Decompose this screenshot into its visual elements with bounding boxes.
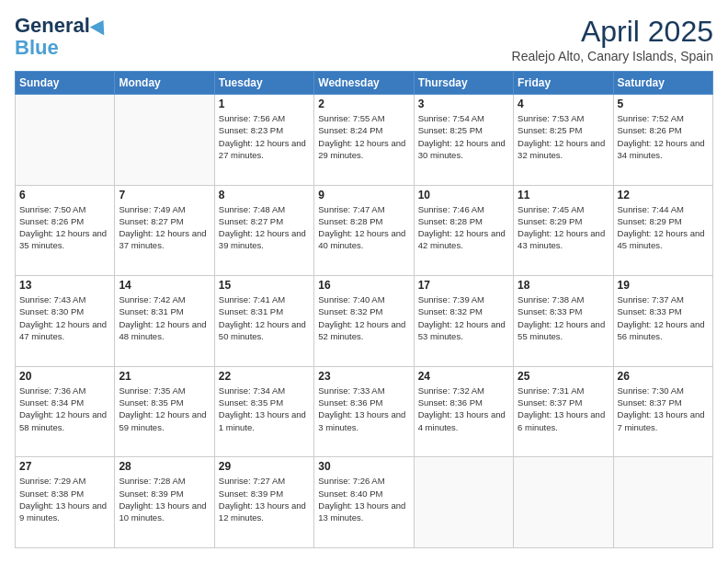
table-row: 26Sunrise: 7:30 AMSunset: 8:37 PMDayligh… <box>613 366 712 457</box>
table-row: 21Sunrise: 7:35 AMSunset: 8:35 PMDayligh… <box>115 366 214 457</box>
calendar-table: Sunday Monday Tuesday Wednesday Thursday… <box>15 71 713 548</box>
table-row: 13Sunrise: 7:43 AMSunset: 8:30 PMDayligh… <box>16 276 115 367</box>
cell-info: Sunrise: 7:55 AMSunset: 8:24 PMDaylight:… <box>318 112 409 161</box>
cell-info: Sunrise: 7:33 AMSunset: 8:36 PMDaylight:… <box>318 385 409 433</box>
table-row: 28Sunrise: 7:28 AMSunset: 8:39 PMDayligh… <box>115 457 214 548</box>
logo: General Blue <box>15 15 108 59</box>
cell-info: Sunrise: 7:36 AMSunset: 8:34 PMDaylight:… <box>19 385 110 433</box>
table-row: 4Sunrise: 7:53 AMSunset: 8:25 PMDaylight… <box>514 95 613 186</box>
table-row: 1Sunrise: 7:56 AMSunset: 8:23 PMDaylight… <box>214 95 313 186</box>
day-number: 1 <box>219 98 310 110</box>
col-friday: Friday <box>514 72 613 95</box>
day-number: 17 <box>418 279 509 292</box>
cell-info: Sunrise: 7:56 AMSunset: 8:23 PMDaylight:… <box>219 112 310 161</box>
calendar-week-row: 20Sunrise: 7:36 AMSunset: 8:34 PMDayligh… <box>16 366 713 457</box>
table-row: 27Sunrise: 7:29 AMSunset: 8:38 PMDayligh… <box>16 457 115 548</box>
cell-info: Sunrise: 7:50 AMSunset: 8:26 PMDaylight:… <box>19 203 110 252</box>
cell-info: Sunrise: 7:29 AMSunset: 8:38 PMDaylight:… <box>19 475 110 523</box>
cell-info: Sunrise: 7:52 AMSunset: 8:26 PMDaylight:… <box>618 112 709 161</box>
day-number: 16 <box>318 279 409 292</box>
logo-text-blue: Blue <box>15 37 59 59</box>
day-number: 7 <box>119 189 210 201</box>
table-row: 2Sunrise: 7:55 AMSunset: 8:24 PMDaylight… <box>314 95 414 186</box>
day-number: 14 <box>119 279 210 292</box>
table-row: 8Sunrise: 7:48 AMSunset: 8:27 PMDaylight… <box>214 185 313 276</box>
day-number: 4 <box>518 98 609 110</box>
cell-info: Sunrise: 7:41 AMSunset: 8:31 PMDaylight:… <box>219 293 310 342</box>
table-row: 15Sunrise: 7:41 AMSunset: 8:31 PMDayligh… <box>214 276 313 367</box>
day-number: 24 <box>418 370 509 383</box>
day-number: 9 <box>318 189 409 201</box>
table-row: 5Sunrise: 7:52 AMSunset: 8:26 PMDaylight… <box>613 95 712 186</box>
calendar-week-row: 1Sunrise: 7:56 AMSunset: 8:23 PMDaylight… <box>16 95 713 186</box>
cell-info: Sunrise: 7:47 AMSunset: 8:28 PMDaylight:… <box>318 203 409 252</box>
table-row <box>115 95 214 186</box>
logo-triangle-icon <box>90 17 111 36</box>
cell-info: Sunrise: 7:53 AMSunset: 8:25 PMDaylight:… <box>518 112 609 161</box>
cell-info: Sunrise: 7:43 AMSunset: 8:30 PMDaylight:… <box>19 293 110 342</box>
day-number: 3 <box>418 98 509 110</box>
col-saturday: Saturday <box>613 72 712 95</box>
cell-info: Sunrise: 7:31 AMSunset: 8:37 PMDaylight:… <box>518 385 609 433</box>
col-tuesday: Tuesday <box>214 72 313 95</box>
page: General Blue April 2025 Realejo Alto, Ca… <box>0 0 728 563</box>
table-row: 9Sunrise: 7:47 AMSunset: 8:28 PMDaylight… <box>314 185 414 276</box>
table-row: 17Sunrise: 7:39 AMSunset: 8:32 PMDayligh… <box>414 276 513 367</box>
col-thursday: Thursday <box>414 72 513 95</box>
table-row: 18Sunrise: 7:38 AMSunset: 8:33 PMDayligh… <box>514 276 613 367</box>
cell-info: Sunrise: 7:40 AMSunset: 8:32 PMDaylight:… <box>318 293 409 342</box>
table-row <box>613 457 712 548</box>
cell-info: Sunrise: 7:48 AMSunset: 8:27 PMDaylight:… <box>219 203 310 252</box>
header: General Blue April 2025 Realejo Alto, Ca… <box>15 15 713 63</box>
table-row: 25Sunrise: 7:31 AMSunset: 8:37 PMDayligh… <box>514 366 613 457</box>
cell-info: Sunrise: 7:39 AMSunset: 8:32 PMDaylight:… <box>418 293 509 342</box>
day-number: 2 <box>318 98 409 110</box>
cell-info: Sunrise: 7:30 AMSunset: 8:37 PMDaylight:… <box>618 385 709 433</box>
day-number: 10 <box>418 189 509 201</box>
table-row: 7Sunrise: 7:49 AMSunset: 8:27 PMDaylight… <box>115 185 214 276</box>
month-title: April 2025 <box>512 15 713 49</box>
cell-info: Sunrise: 7:44 AMSunset: 8:29 PMDaylight:… <box>618 203 709 252</box>
calendar-header-row: Sunday Monday Tuesday Wednesday Thursday… <box>16 72 713 95</box>
day-number: 28 <box>119 460 210 473</box>
day-number: 23 <box>318 370 409 383</box>
table-row: 11Sunrise: 7:45 AMSunset: 8:29 PMDayligh… <box>514 185 613 276</box>
cell-info: Sunrise: 7:45 AMSunset: 8:29 PMDaylight:… <box>518 203 609 252</box>
location-subtitle: Realejo Alto, Canary Islands, Spain <box>512 49 713 63</box>
col-monday: Monday <box>115 72 214 95</box>
col-wednesday: Wednesday <box>314 72 414 95</box>
cell-info: Sunrise: 7:28 AMSunset: 8:39 PMDaylight:… <box>119 475 210 523</box>
table-row <box>414 457 513 548</box>
table-row <box>514 457 613 548</box>
calendar-week-row: 27Sunrise: 7:29 AMSunset: 8:38 PMDayligh… <box>16 457 713 548</box>
table-row: 16Sunrise: 7:40 AMSunset: 8:32 PMDayligh… <box>314 276 414 367</box>
cell-info: Sunrise: 7:49 AMSunset: 8:27 PMDaylight:… <box>119 203 210 252</box>
title-block: April 2025 Realejo Alto, Canary Islands,… <box>512 15 713 63</box>
logo-text-general: General <box>15 15 90 37</box>
table-row: 10Sunrise: 7:46 AMSunset: 8:28 PMDayligh… <box>414 185 513 276</box>
cell-info: Sunrise: 7:37 AMSunset: 8:33 PMDaylight:… <box>618 293 709 342</box>
day-number: 20 <box>19 370 110 383</box>
table-row: 30Sunrise: 7:26 AMSunset: 8:40 PMDayligh… <box>314 457 414 548</box>
day-number: 21 <box>119 370 210 383</box>
table-row: 6Sunrise: 7:50 AMSunset: 8:26 PMDaylight… <box>16 185 115 276</box>
day-number: 25 <box>518 370 609 383</box>
cell-info: Sunrise: 7:46 AMSunset: 8:28 PMDaylight:… <box>418 203 509 252</box>
day-number: 22 <box>219 370 310 383</box>
table-row: 22Sunrise: 7:34 AMSunset: 8:35 PMDayligh… <box>214 366 313 457</box>
cell-info: Sunrise: 7:34 AMSunset: 8:35 PMDaylight:… <box>219 385 310 433</box>
cell-info: Sunrise: 7:35 AMSunset: 8:35 PMDaylight:… <box>119 385 210 433</box>
day-number: 27 <box>19 460 110 473</box>
cell-info: Sunrise: 7:38 AMSunset: 8:33 PMDaylight:… <box>518 293 609 342</box>
cell-info: Sunrise: 7:32 AMSunset: 8:36 PMDaylight:… <box>418 385 509 433</box>
calendar-week-row: 13Sunrise: 7:43 AMSunset: 8:30 PMDayligh… <box>16 276 713 367</box>
table-row: 14Sunrise: 7:42 AMSunset: 8:31 PMDayligh… <box>115 276 214 367</box>
calendar-week-row: 6Sunrise: 7:50 AMSunset: 8:26 PMDaylight… <box>16 185 713 276</box>
day-number: 18 <box>518 279 609 292</box>
cell-info: Sunrise: 7:26 AMSunset: 8:40 PMDaylight:… <box>318 475 409 523</box>
day-number: 11 <box>518 189 609 201</box>
table-row: 23Sunrise: 7:33 AMSunset: 8:36 PMDayligh… <box>314 366 414 457</box>
day-number: 6 <box>19 189 110 201</box>
table-row: 12Sunrise: 7:44 AMSunset: 8:29 PMDayligh… <box>613 185 712 276</box>
day-number: 26 <box>618 370 709 383</box>
